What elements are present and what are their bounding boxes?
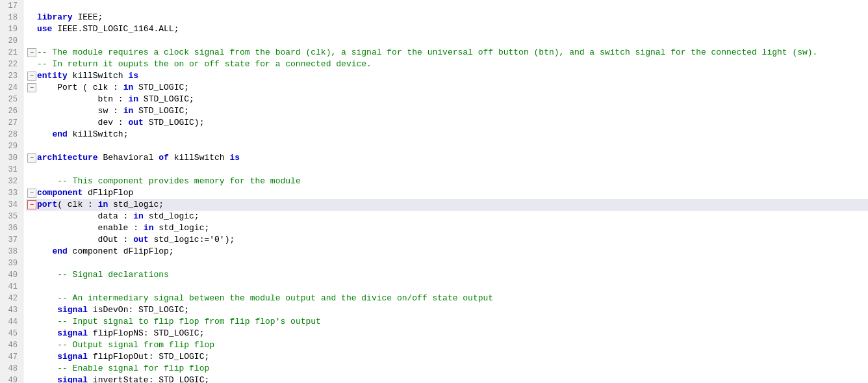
fold-indent bbox=[27, 363, 37, 375]
fold-indent bbox=[27, 222, 37, 234]
code-line: -- Signal declarations bbox=[26, 269, 868, 281]
code-line: -- Enable signal for flip flop bbox=[26, 363, 868, 375]
code-token: is bbox=[128, 70, 138, 82]
code-token: dFlipFlop bbox=[83, 187, 133, 199]
code-token: ( clk : bbox=[57, 199, 97, 211]
code-editor: 1718192021222324252627282930313233343536… bbox=[0, 0, 868, 383]
line-number: 47 bbox=[5, 351, 18, 363]
code-token: btn : bbox=[37, 94, 128, 105]
code-token bbox=[37, 339, 57, 351]
code-line: sw : in STD_LOGIC; bbox=[26, 105, 868, 117]
line-number: 35 bbox=[5, 211, 18, 222]
code-token: std_logic; bbox=[144, 211, 199, 222]
line-number: 23 bbox=[5, 70, 18, 82]
code-line bbox=[26, 0, 868, 12]
line-number: 24 bbox=[5, 82, 18, 94]
code-line bbox=[26, 140, 868, 152]
code-token bbox=[37, 328, 57, 339]
code-token: Port ( clk : bbox=[37, 82, 123, 94]
code-token: killSwitch; bbox=[68, 129, 129, 140]
code-token: STD_LOGIC; bbox=[138, 94, 194, 105]
code-token: component bbox=[37, 187, 83, 199]
code-token: in bbox=[144, 222, 154, 234]
code-line: use IEEE.STD_LOGIC_1164.ALL; bbox=[26, 23, 868, 35]
code-token: std_logic; bbox=[153, 222, 209, 234]
code-token: in bbox=[133, 211, 144, 222]
code-token bbox=[37, 304, 57, 316]
line-number: 43 bbox=[5, 304, 18, 316]
fold-button[interactable]: − bbox=[27, 200, 36, 209]
code-token: dev : bbox=[37, 117, 128, 129]
code-token: STD_LOGIC; bbox=[133, 82, 189, 94]
code-token: IEEE; bbox=[73, 12, 103, 23]
code-token: in bbox=[98, 199, 108, 211]
code-token: -- Output signal from flip flop bbox=[57, 339, 214, 351]
code-token: -- Enable signal for flip flop bbox=[57, 363, 209, 375]
code-line: end killSwitch; bbox=[26, 129, 868, 140]
fold-button[interactable]: − bbox=[27, 83, 36, 92]
line-number: 34 bbox=[5, 199, 18, 211]
code-token: -- An intermediary signal between the mo… bbox=[57, 293, 493, 304]
fold-indent bbox=[27, 211, 37, 222]
code-token: signal bbox=[57, 351, 88, 363]
code-token: -- Signal declarations bbox=[57, 269, 169, 281]
line-number: 25 bbox=[5, 94, 18, 105]
code-line: − Port ( clk : in STD_LOGIC; bbox=[26, 82, 868, 94]
code-token: signal bbox=[57, 375, 88, 383]
line-number: 26 bbox=[5, 105, 18, 117]
code-token: data : bbox=[37, 211, 133, 222]
code-token: architecture bbox=[37, 152, 98, 164]
code-token: signal bbox=[57, 328, 88, 339]
line-number: 17 bbox=[5, 0, 18, 12]
code-token: component dFlipFlop; bbox=[68, 246, 174, 258]
code-token bbox=[37, 176, 57, 187]
code-line: -- Input signal to flip flop from flip f… bbox=[26, 316, 868, 328]
code-line: signal flipFlopOut: STD_LOGIC; bbox=[26, 351, 868, 363]
code-token: IEEE.STD_LOGIC_1164.ALL; bbox=[52, 23, 179, 35]
code-token bbox=[37, 269, 57, 281]
line-number: 37 bbox=[5, 234, 18, 246]
fold-indent bbox=[27, 328, 37, 339]
code-token: -- Input signal to flip flop from flip f… bbox=[57, 316, 321, 328]
fold-indent bbox=[27, 12, 37, 23]
fold-indent bbox=[27, 94, 37, 105]
code-line: -- This component provides memory for th… bbox=[26, 176, 868, 187]
line-number: 38 bbox=[5, 246, 18, 258]
code-token: killSwitch bbox=[169, 152, 230, 164]
code-content[interactable]: library IEEE; use IEEE.STD_LOGIC_1164.AL… bbox=[23, 0, 868, 383]
fold-indent bbox=[27, 351, 37, 363]
fold-indent bbox=[27, 0, 37, 12]
fold-button[interactable]: − bbox=[27, 72, 36, 81]
code-token: library bbox=[37, 12, 73, 23]
line-number: 36 bbox=[5, 222, 18, 234]
line-number: 32 bbox=[5, 176, 18, 187]
code-line: −entity killSwitch is bbox=[26, 70, 868, 82]
code-token: out bbox=[128, 117, 143, 129]
code-token: dOut : bbox=[37, 234, 133, 246]
line-number-gutter: 1718192021222324252627282930313233343536… bbox=[0, 0, 23, 383]
code-line: end component dFlipFlop; bbox=[26, 246, 868, 258]
code-line: -- In return it ouputs the on or off sta… bbox=[26, 59, 868, 70]
line-number: 39 bbox=[5, 258, 18, 269]
code-token: flipFlopOut: STD_LOGIC; bbox=[88, 351, 209, 363]
code-token: killSwitch bbox=[68, 70, 129, 82]
fold-button[interactable]: − bbox=[27, 189, 36, 198]
fold-button[interactable]: − bbox=[27, 48, 36, 57]
code-token: STD_LOGIC); bbox=[144, 117, 205, 129]
fold-button[interactable]: − bbox=[27, 153, 36, 163]
fold-indent bbox=[27, 129, 37, 140]
code-token: end bbox=[52, 246, 67, 258]
code-line: dOut : out std_logic:='0'); bbox=[26, 234, 868, 246]
code-line: data : in std_logic; bbox=[26, 211, 868, 222]
fold-indent bbox=[27, 105, 37, 117]
code-line: −architecture Behavioral of killSwitch i… bbox=[26, 152, 868, 164]
code-line: signal flipFlopNS: STD_LOGIC; bbox=[26, 328, 868, 339]
code-token: STD_LOGIC; bbox=[133, 105, 189, 117]
line-number: 40 bbox=[5, 269, 18, 281]
code-token: std_logic; bbox=[108, 199, 164, 211]
fold-indent bbox=[27, 375, 37, 383]
code-token bbox=[37, 129, 52, 140]
code-token: sw : bbox=[37, 105, 123, 117]
line-number: 29 bbox=[5, 140, 18, 152]
code-token: -- The module requires a clock signal fr… bbox=[37, 47, 817, 59]
